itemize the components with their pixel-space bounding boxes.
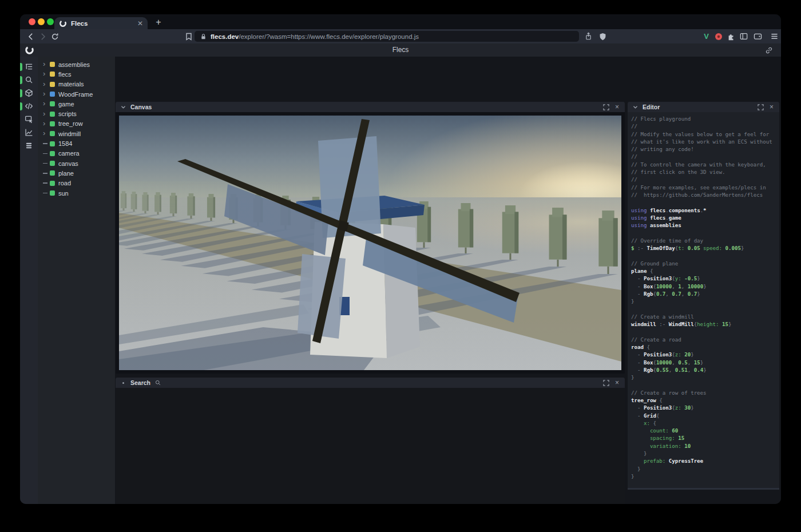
- code-line: - Box{10000, 0.5, 15}: [631, 359, 779, 366]
- expand-chevron-icon[interactable]: ›: [43, 129, 50, 137]
- rail-item-logs[interactable]: [20, 139, 38, 152]
- entity-kind-badge: [50, 141, 55, 146]
- leaf-dash-icon: [43, 143, 50, 144]
- active-indicator: [20, 63, 22, 71]
- tree-item-camera[interactable]: camera: [38, 149, 115, 158]
- tree-item-label: camera: [58, 150, 80, 157]
- code-line: - Rgb{0.7, 0.7, 0.7}: [631, 290, 779, 297]
- code-line: tree_row {: [631, 396, 779, 404]
- tab-strip: Flecs ✕ +: [20, 14, 781, 29]
- search-panel-body[interactable]: [116, 388, 625, 504]
- expand-chevron-icon[interactable]: ›: [43, 120, 50, 127]
- tree-item-road[interactable]: road: [38, 178, 115, 188]
- entity-kind-badge: [50, 170, 55, 176]
- cypress-tree: [598, 211, 617, 274]
- tree-item-assemblies[interactable]: ›assemblies: [38, 59, 115, 69]
- close-panel-icon[interactable]: ×: [613, 104, 621, 111]
- code-editor[interactable]: // Flecs playground//// Modify the value…: [628, 112, 779, 488]
- chevron-down-icon[interactable]: [632, 104, 639, 111]
- tree-item-tree_row[interactable]: ›tree_row: [38, 119, 115, 129]
- code-line: // Create a road: [631, 336, 779, 343]
- link-icon[interactable]: [765, 46, 773, 54]
- tab-close-icon[interactable]: ✕: [137, 20, 143, 27]
- expand-chevron-icon[interactable]: ›: [43, 80, 50, 88]
- fullscreen-icon[interactable]: [757, 104, 764, 111]
- code-line: - Box{10000, 1, 10000}: [631, 283, 779, 290]
- url-bar[interactable]: flecs.dev/explorer/?wasm=https://www.fle…: [195, 31, 579, 42]
- rail-item-search[interactable]: [20, 73, 38, 86]
- code-line: // Ground plane: [631, 260, 779, 267]
- fullscreen-icon[interactable]: [602, 379, 610, 387]
- tree-item-flecs[interactable]: ›flecs: [38, 69, 115, 79]
- tree-item-label: tree_row: [58, 120, 83, 127]
- tree-item-WoodFrame[interactable]: ›WoodFrame: [38, 89, 115, 99]
- forward-icon[interactable]: [38, 31, 47, 41]
- code-line: windmill :- WindMill{height: 15}: [631, 320, 779, 328]
- entity-kind-badge: [50, 181, 55, 186]
- editor-panel-title: Editor: [643, 104, 660, 110]
- expand-chevron-icon[interactable]: ›: [43, 90, 50, 97]
- browser-tab[interactable]: Flecs ✕: [54, 17, 148, 29]
- extensions-puzzle-icon[interactable]: [726, 31, 736, 41]
- expand-chevron-icon[interactable]: ›: [43, 70, 50, 77]
- rail-item-inspector[interactable]: [20, 113, 38, 126]
- code-line: plane {: [631, 267, 779, 275]
- vue-devtools-icon[interactable]: V: [701, 31, 711, 41]
- code-line: - Position3{z: 30}: [631, 404, 779, 411]
- back-icon[interactable]: [26, 31, 35, 41]
- entity-tree-icon: [25, 62, 33, 71]
- expand-chevron-icon[interactable]: ›: [43, 60, 50, 68]
- tree-item-game[interactable]: ›game: [38, 99, 115, 109]
- brave-shield-icon[interactable]: [598, 31, 608, 41]
- 3d-viewport[interactable]: [119, 116, 621, 370]
- close-window-button[interactable]: [29, 18, 35, 25]
- active-indicator: [20, 89, 22, 97]
- cypress-tree: [458, 203, 473, 253]
- code-line: [631, 328, 779, 335]
- rail-item-statistics[interactable]: [20, 126, 38, 139]
- code-line: // To control the camera with the keyboa…: [631, 161, 779, 168]
- code-line: $ :- TimeOfDay{t: 0.05 speed: 0.005}: [631, 244, 779, 252]
- tree-item-plane[interactable]: plane: [38, 168, 115, 178]
- tree-item-sun[interactable]: sun: [38, 188, 115, 198]
- code-line: // For more examples, see examples/plecs…: [631, 184, 779, 191]
- editor-resize-handle[interactable]: [628, 488, 779, 490]
- code-line: spacing: 15: [631, 434, 779, 442]
- tree-item-1584[interactable]: 1584: [38, 138, 115, 148]
- close-panel-icon[interactable]: ×: [613, 379, 621, 387]
- fullscreen-icon[interactable]: [602, 104, 610, 111]
- code-editor-icon: [25, 102, 33, 110]
- expand-chevron-icon[interactable]: ›: [43, 100, 50, 107]
- tree-item-scripts[interactable]: ›scripts: [38, 109, 115, 118]
- app-content: ›assemblies›flecs›materials›WoodFrame›ga…: [20, 57, 781, 504]
- share-icon[interactable]: [584, 31, 593, 41]
- rail-item-entity-tree[interactable]: [20, 60, 38, 73]
- bookmark-icon[interactable]: [184, 31, 193, 41]
- code-line: }: [631, 374, 779, 381]
- wallet-icon[interactable]: [753, 31, 763, 41]
- tree-item-windmill[interactable]: ›windmill: [38, 129, 115, 138]
- rail-item-code-editor[interactable]: [20, 100, 38, 113]
- minimize-window-button[interactable]: [38, 18, 45, 25]
- zoom-window-button[interactable]: [47, 18, 54, 25]
- code-line: // Flecs playground: [631, 115, 779, 122]
- logs-icon: [25, 141, 33, 150]
- tree-item-canvas[interactable]: canvas: [38, 158, 115, 168]
- tree-item-label: scripts: [58, 110, 77, 117]
- sidebar-toggle-icon[interactable]: [739, 31, 748, 41]
- rail-item-canvas-3d[interactable]: [20, 86, 38, 100]
- new-tab-button[interactable]: +: [153, 17, 164, 28]
- reload-icon[interactable]: [50, 31, 60, 41]
- canvas-panel-header: Canvas ×: [116, 102, 625, 112]
- cypress-tree: [154, 192, 161, 215]
- menu-icon[interactable]: [770, 31, 779, 41]
- code-line: }: [631, 465, 779, 473]
- code-line: // Create a row of trees: [631, 389, 779, 396]
- expand-chevron-icon[interactable]: ›: [43, 110, 50, 117]
- extension-badge-icon[interactable]: [713, 31, 723, 41]
- code-line: - Position3{z: 20}: [631, 351, 779, 358]
- collapsed-dot-icon[interactable]: [120, 379, 127, 387]
- chevron-down-icon[interactable]: [120, 104, 127, 111]
- tree-item-materials[interactable]: ›materials: [38, 80, 115, 89]
- close-panel-icon[interactable]: ×: [768, 104, 775, 111]
